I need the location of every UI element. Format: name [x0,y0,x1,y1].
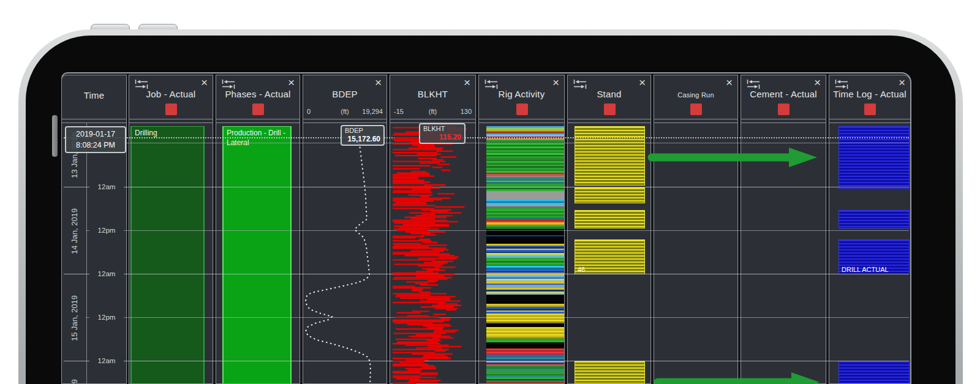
track-scale-blkht: -15(ft)130 [390,108,475,117]
activity-stripe [486,342,564,348]
activity-stripe [486,191,564,200]
track-time: Time13 Jan, 201914 Jan, 201915 Jan, 2019… [61,75,127,384]
job-event-bar[interactable]: Drilling [130,126,205,383]
close-icon[interactable]: × [552,77,559,88]
resize-track-icon[interactable] [484,79,499,89]
track-title-blkht: BLKHT [390,89,475,99]
track-content-casing [654,123,737,383]
date-label: 16 Jan, 2019 [70,369,79,384]
track-content-cement [741,123,826,383]
timelog-block[interactable] [839,126,910,189]
track-header-rig[interactable]: ×Rig Activity [479,75,564,119]
track-header-phases[interactable]: ×Phases - Actual [216,75,300,119]
track-content-timelog: DRILL ACTUAL [829,123,910,383]
track-timelog: ×Time Log - ActualDRILL ACTUAL [829,75,911,384]
close-icon[interactable]: × [464,77,470,88]
track-header-blkht[interactable]: ×BLKHT-15(ft)130 [390,75,475,119]
bdep-tooltip-value: 15,172.60 [345,135,380,143]
activity-stripe [486,229,564,235]
cursor-date: 2019-01-17 [70,129,121,140]
track-content-blkht [390,123,475,383]
track-header-cement[interactable]: ×Cement - Actual [741,75,826,119]
close-icon[interactable]: × [375,77,382,88]
cursor-time-tooltip: 2019-01-17 8:08:24 PM [65,126,126,153]
track-color-indicator[interactable] [864,104,876,115]
timelog-block[interactable]: DRILL ACTUAL [839,239,910,274]
track-title-phases: Phases - Actual [216,89,300,99]
track-header-time[interactable]: Time [62,75,126,119]
scale-max: 130 [461,108,472,115]
blkht-value-tooltip: BLKHT 115.20 [419,123,466,144]
track-phases: ×Phases - ActualProduction - Drill - Lat… [216,75,300,384]
track-color-indicator[interactable] [604,104,616,115]
blkht-tooltip-name: BLKHT [423,125,461,133]
track-content-rig [479,123,564,383]
resize-track-icon[interactable] [834,79,849,89]
track-color-indicator[interactable] [690,104,702,115]
track-color-indicator[interactable] [252,104,264,115]
cursor-tracking-line [64,137,909,138]
rig-activity-stripes[interactable] [486,126,564,383]
track-header-bdep[interactable]: ×BDEP0(ft)19,294 [303,75,386,119]
timelog-block[interactable] [839,210,910,228]
track-stand: ×Stand46 [567,75,651,384]
resize-track-icon[interactable] [221,79,236,89]
date-label: 14 Jan, 2019 [70,198,79,265]
phases-event-bar[interactable]: Production - Drill - Lateral [222,126,292,383]
close-icon[interactable]: × [288,77,295,88]
bdep-value-tooltip: BDEP 15,172.60 [341,125,385,146]
track-title-cement: Cement - Actual [741,89,826,99]
close-icon[interactable]: × [899,77,905,88]
date-label: 15 Jan, 2019 [70,285,79,352]
track-casing: ×Casing Run [654,75,738,384]
close-icon[interactable]: × [201,77,208,88]
close-icon[interactable]: × [639,77,646,88]
time-axis-line [86,123,87,383]
scale-max: 19,294 [362,108,383,115]
track-title-time: Time [62,90,126,100]
bdep-tooltip-name: BDEP [345,127,380,135]
track-header-stand[interactable]: ×Stand [568,75,650,119]
stand-block[interactable] [575,210,645,228]
track-scale-bdep: 0(ft)19,294 [303,108,386,117]
track-title-timelog: Time Log - Actual [829,89,910,99]
track-title-casing: Casing Run [654,91,737,99]
track-content-time: 13 Jan, 201914 Jan, 201915 Jan, 201916 J… [62,123,126,383]
stand-block[interactable] [575,361,645,383]
close-icon[interactable]: × [726,77,733,88]
track-content-job: Drilling [129,123,213,383]
close-icon[interactable]: × [814,77,821,88]
track-color-indicator[interactable] [778,104,790,115]
track-header-casing[interactable]: ×Casing Run [654,75,737,119]
track-color-indicator[interactable] [516,104,528,115]
stage: Time13 Jan, 201914 Jan, 201915 Jan, 2019… [0,0,980,384]
track-title-job: Job - Actual [129,89,213,99]
track-blkht: ×BLKHT-15(ft)130 [390,75,476,384]
activity-stripe [486,295,564,304]
resize-track-icon[interactable] [134,79,149,89]
timelog-block-label: DRILL ACTUAL [842,266,889,273]
cursor-clock: 8:08:24 PM [70,140,121,151]
track-color-indicator[interactable] [165,104,177,115]
stand-block[interactable]: 46 [575,239,645,274]
track-title-stand: Stand [568,89,650,99]
activity-stripe [486,236,564,244]
track-content-bdep [303,123,386,383]
track-job: ×Job - ActualDrilling [129,75,213,384]
stand-block-label: 46 [578,266,585,273]
track-title-rig: Rig Activity [479,89,564,99]
resize-track-icon[interactable] [573,79,587,89]
stand-block[interactable] [575,187,645,203]
timelog-block[interactable] [839,361,910,383]
track-header-timelog[interactable]: ×Time Log - Actual [829,75,910,119]
track-rig: ×Rig Activity [478,75,565,384]
tracks-area: Time13 Jan, 201914 Jan, 201915 Jan, 2019… [0,0,980,384]
track-title-bdep: BDEP [303,89,386,99]
track-cement: ×Cement - Actual [741,75,826,384]
track-header-job[interactable]: ×Job - Actual [129,75,213,119]
resize-track-icon[interactable] [746,79,761,89]
stand-block[interactable] [575,126,645,186]
track-content-stand: 46 [568,123,650,383]
track-bdep: ×BDEP0(ft)19,294 [303,75,387,384]
track-content-phases: Production - Drill - Lateral [216,123,300,383]
